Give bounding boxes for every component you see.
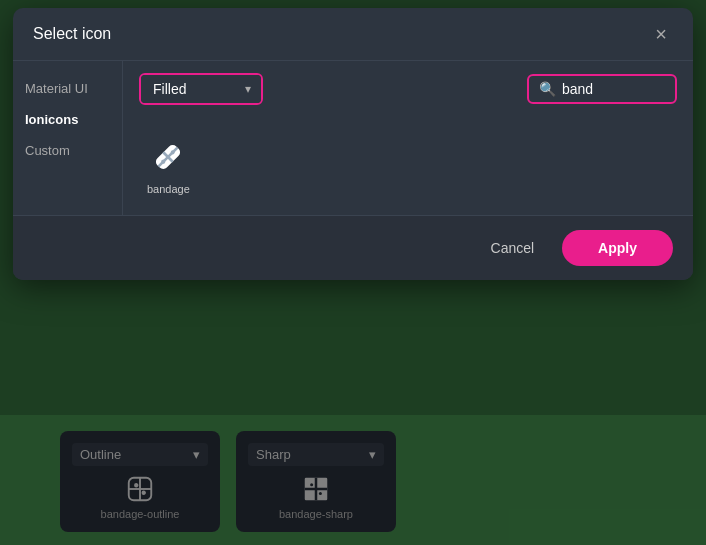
style-select[interactable]: Filled Outline Sharp bbox=[141, 75, 261, 103]
modal-content-area: Filled Outline Sharp ▾ 🔍 bbox=[123, 61, 693, 215]
modal-sidebar: Material UI Ionicons Custom bbox=[13, 61, 123, 215]
modal-header: Select icon × bbox=[13, 8, 693, 61]
search-icon: 🔍 bbox=[539, 81, 556, 97]
apply-button[interactable]: Apply bbox=[562, 230, 673, 266]
icon-cell-bandage[interactable]: bandage bbox=[139, 129, 198, 203]
sidebar-item-custom[interactable]: Custom bbox=[25, 139, 110, 162]
bandage-icon-label: bandage bbox=[147, 183, 190, 195]
sidebar-item-ionicons[interactable]: Ionicons bbox=[25, 108, 110, 131]
select-icon-dialog: Select icon × Material UI Ionicons Custo… bbox=[13, 8, 693, 280]
search-input[interactable] bbox=[562, 81, 642, 97]
modal-body: Material UI Ionicons Custom Filled Outli… bbox=[13, 61, 693, 215]
icon-grid: bandage bbox=[123, 117, 693, 215]
cancel-button[interactable]: Cancel bbox=[475, 232, 551, 264]
sidebar-item-material-ui[interactable]: Material UI bbox=[25, 77, 110, 100]
modal-overlay: Select icon × Material UI Ionicons Custo… bbox=[0, 0, 706, 545]
modal-title: Select icon bbox=[33, 25, 111, 43]
style-select-wrapper: Filled Outline Sharp ▾ bbox=[139, 73, 263, 105]
bandage-filled-icon bbox=[148, 137, 188, 177]
modal-footer: Cancel Apply bbox=[13, 215, 693, 280]
modal-toolbar: Filled Outline Sharp ▾ 🔍 bbox=[123, 61, 693, 117]
search-box: 🔍 bbox=[527, 74, 677, 104]
close-button[interactable]: × bbox=[649, 22, 673, 46]
